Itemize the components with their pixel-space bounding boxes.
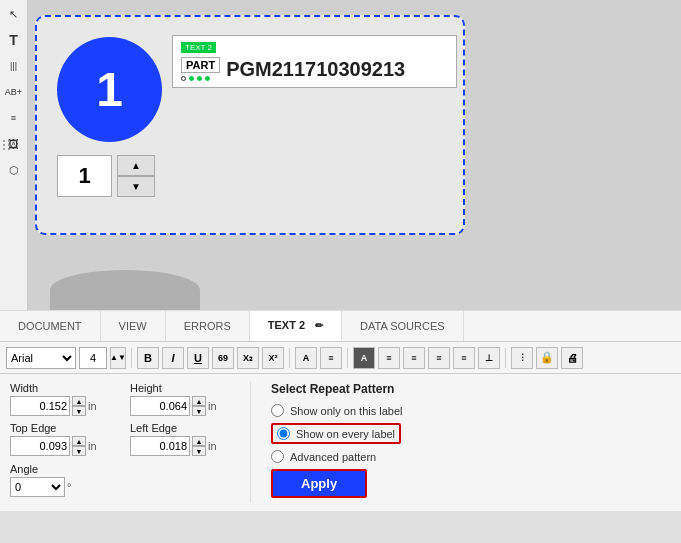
- cursor-tool-icon[interactable]: ↖: [4, 4, 24, 24]
- text2-badge: TEXT 2: [181, 42, 216, 53]
- align-left-button[interactable]: ≡: [378, 347, 400, 369]
- vertical-align-button[interactable]: ⊥: [478, 347, 500, 369]
- pgm-text: PGM211710309213: [226, 58, 405, 81]
- width-group: Width ▲ ▼ in: [10, 382, 120, 416]
- option-show-only[interactable]: Show only on this label: [271, 404, 671, 417]
- height-input-row: ▲ ▼ in: [130, 396, 240, 416]
- font-size-input[interactable]: [79, 347, 107, 369]
- fill-color-button[interactable]: A: [353, 347, 375, 369]
- circle-number: 1: [96, 62, 123, 117]
- option-advanced[interactable]: Advanced pattern: [271, 450, 671, 463]
- apply-button[interactable]: Apply: [271, 469, 367, 498]
- shape-tool-icon[interactable]: ⬡: [4, 160, 24, 180]
- sep1: [131, 348, 132, 368]
- left-edge-input-row: ▲ ▼ in: [130, 436, 240, 456]
- width-unit: in: [88, 400, 97, 412]
- bold-button[interactable]: B: [137, 347, 159, 369]
- radio-show-only[interactable]: [271, 404, 284, 417]
- width-input-row: ▲ ▼ in: [10, 396, 120, 416]
- width-spin-up[interactable]: ▲: [72, 396, 86, 406]
- tab-bar: DOCUMENT VIEW ERRORS TEXT 2 ✏ DATA SOURC…: [0, 310, 681, 342]
- top-edge-group: Top Edge ▲ ▼ in: [10, 422, 120, 456]
- lock-button[interactable]: 🔒: [536, 347, 558, 369]
- top-edge-spin-up[interactable]: ▲: [72, 436, 86, 446]
- spinner-control[interactable]: ▲ ▼: [117, 155, 155, 197]
- bottom-decoration: [50, 270, 200, 310]
- properties-panel: Width ▲ ▼ in Height ▲ ▼ in: [0, 374, 681, 511]
- italic-button[interactable]: I: [162, 347, 184, 369]
- dot4: [205, 76, 210, 81]
- lines-tool-icon[interactable]: ≡: [4, 108, 24, 128]
- width-spinner[interactable]: ▲ ▼: [72, 396, 86, 416]
- number-display: 1: [78, 163, 90, 189]
- abc-tool-icon[interactable]: AB+: [4, 82, 24, 102]
- subscript-button[interactable]: X₂: [237, 347, 259, 369]
- more-button[interactable]: ⋮: [511, 347, 533, 369]
- angle-group: Angle 0 °: [10, 463, 120, 497]
- height-spinner[interactable]: ▲ ▼: [192, 396, 206, 416]
- apply-area: Apply: [271, 469, 671, 498]
- radio-highlight-box: Show on every label: [271, 423, 401, 444]
- left-edge-group: Left Edge ▲ ▼ in: [130, 422, 240, 456]
- tab-document[interactable]: DOCUMENT: [0, 311, 101, 341]
- dot2: [189, 76, 194, 81]
- option-show-every-label: Show on every label: [296, 428, 395, 440]
- width-input[interactable]: [10, 396, 70, 416]
- sep3: [347, 348, 348, 368]
- underline-button[interactable]: U: [187, 347, 209, 369]
- spinner-up-button[interactable]: ▲: [117, 155, 155, 176]
- height-unit: in: [208, 400, 217, 412]
- formatting-toolbar: Arial ▲▼ B I U 69 X₂ X² A ≡ A ≡ ≡ ≡ ≡ ⊥ …: [0, 342, 681, 374]
- tab-view[interactable]: VIEW: [101, 311, 166, 341]
- left-edge-input[interactable]: [130, 436, 190, 456]
- top-edge-label: Top Edge: [10, 422, 120, 434]
- barcode-tool-icon[interactable]: |||: [4, 56, 24, 76]
- print-button[interactable]: 🖨: [561, 347, 583, 369]
- top-edge-spinner[interactable]: ▲ ▼: [72, 436, 86, 456]
- label-content: 1 TEXT 2 PART: [47, 27, 453, 223]
- height-spin-up[interactable]: ▲: [192, 396, 206, 406]
- part-dots: [181, 76, 220, 81]
- degree-symbol: °: [67, 481, 71, 493]
- text-direction-button[interactable]: ≡: [453, 347, 475, 369]
- text-tool-icon[interactable]: T: [4, 30, 24, 50]
- part-container: PART: [181, 57, 220, 81]
- dot3: [197, 76, 202, 81]
- left-edge-label: Left Edge: [130, 422, 240, 434]
- radio-advanced[interactable]: [271, 450, 284, 463]
- strikethrough-button[interactable]: 69: [212, 347, 234, 369]
- repeat-pattern-panel: Select Repeat Pattern Show only on this …: [250, 382, 671, 503]
- tab-text2[interactable]: TEXT 2 ✏: [250, 311, 342, 341]
- text-content-area[interactable]: TEXT 2 PART PGM21171: [172, 35, 457, 88]
- spinner-down-button[interactable]: ▼: [117, 176, 155, 197]
- superscript-button[interactable]: X²: [262, 347, 284, 369]
- width-label: Width: [10, 382, 120, 394]
- left-edge-spin-down[interactable]: ▼: [192, 446, 206, 456]
- number-box: 1: [57, 155, 112, 197]
- angle-select[interactable]: 0: [10, 477, 65, 497]
- circle-element: 1: [57, 37, 162, 142]
- align-button[interactable]: ≡: [320, 347, 342, 369]
- option-show-every[interactable]: Show on every label: [271, 423, 671, 444]
- font-color-button[interactable]: A: [295, 347, 317, 369]
- left-edge-unit: in: [208, 440, 217, 452]
- angle-input-row: 0 °: [10, 477, 120, 497]
- left-edge-spinner[interactable]: ▲ ▼: [192, 436, 206, 456]
- font-size-spinner[interactable]: ▲▼: [110, 347, 126, 369]
- height-input[interactable]: [130, 396, 190, 416]
- align-right-button[interactable]: ≡: [428, 347, 450, 369]
- tab-datasources[interactable]: DATA SOURCES: [342, 311, 464, 341]
- font-family-select[interactable]: Arial: [6, 347, 76, 369]
- height-spin-down[interactable]: ▼: [192, 406, 206, 416]
- radio-show-every[interactable]: [277, 427, 290, 440]
- sep2: [289, 348, 290, 368]
- tab-errors[interactable]: ERRORS: [166, 311, 250, 341]
- top-edge-input[interactable]: [10, 436, 70, 456]
- label-canvas: 1 TEXT 2 PART: [35, 15, 465, 235]
- left-edge-spin-up[interactable]: ▲: [192, 436, 206, 446]
- width-spin-down[interactable]: ▼: [72, 406, 86, 416]
- top-edge-spin-down[interactable]: ▼: [72, 446, 86, 456]
- left-toolbar: ↖ T ||| AB+ ≡ 🖼 ⬡: [0, 0, 28, 310]
- option-advanced-label: Advanced pattern: [290, 451, 376, 463]
- align-center-button[interactable]: ≡: [403, 347, 425, 369]
